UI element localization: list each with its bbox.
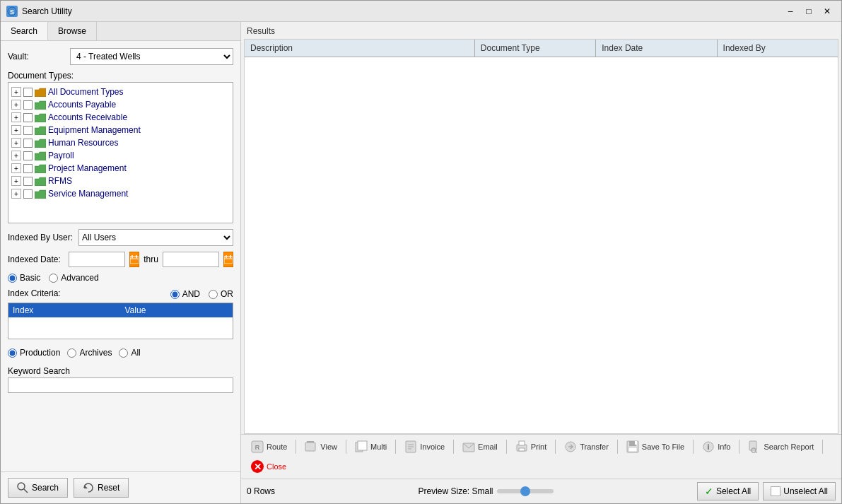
tab-search[interactable]: Search (1, 22, 48, 40)
tree-item-all[interactable]: + All Document Types (8, 86, 233, 98)
and-label: AND (182, 289, 200, 299)
tree-checkbox-pm[interactable] (23, 164, 33, 173)
tree-item-hr[interactable]: + Human Resources (8, 136, 233, 149)
tree-expand-hr[interactable]: + (11, 138, 21, 148)
and-radio-label[interactable]: AND (170, 289, 200, 299)
tab-browse[interactable]: Browse (48, 22, 97, 40)
view-button[interactable]: View (299, 438, 343, 456)
search-type-row: Basic Advanced (8, 273, 233, 283)
or-radio-label[interactable]: OR (209, 289, 233, 299)
invoice-icon (404, 440, 417, 453)
tree-item-payroll[interactable]: + Payroll (8, 149, 233, 162)
tree-expand-all[interactable]: + (11, 87, 21, 97)
tree-item-pm[interactable]: + Project Management (8, 162, 233, 175)
tree-item-ar[interactable]: + Accounts Receivable (8, 111, 233, 124)
tree-checkbox-payroll[interactable] (23, 151, 33, 160)
vault-row: Vault: 4 - Treated Wells (8, 48, 233, 65)
search-report-button[interactable]: Search Report (742, 438, 819, 456)
transfer-button[interactable]: Transfer (559, 438, 614, 456)
close-button[interactable]: ✕ Close (245, 457, 292, 476)
email-icon (462, 440, 475, 453)
date-from-input[interactable] (69, 252, 125, 267)
separator-1 (296, 440, 296, 454)
unselect-all-button[interactable]: Unselect All (763, 482, 836, 500)
separator-4 (453, 440, 454, 454)
advanced-radio[interactable] (49, 274, 58, 283)
tree-expand-payroll[interactable]: + (11, 151, 21, 160)
tree-expand-ar[interactable]: + (11, 112, 21, 122)
email-button[interactable]: Email (457, 438, 503, 456)
tree-checkbox-ar[interactable] (23, 113, 33, 122)
invoice-button[interactable]: Invoice (399, 438, 450, 456)
advanced-radio-label[interactable]: Advanced (49, 273, 98, 283)
results-body (245, 57, 838, 433)
tree-expand-eq[interactable]: + (11, 125, 21, 135)
tree-checkbox-sm[interactable] (23, 189, 33, 199)
and-or-row: AND OR (170, 289, 233, 299)
archives-radio-label[interactable]: Archives (67, 348, 112, 358)
index-col-header-index: Index (8, 303, 121, 317)
reset-button[interactable]: Reset (74, 478, 129, 498)
document-types-tree: + All Document Types + Accounts Payable (8, 82, 233, 223)
all-radio[interactable] (119, 348, 128, 358)
tree-expand-rfms[interactable]: + (11, 176, 21, 186)
svg-rect-18 (358, 441, 367, 450)
indexed-by-select[interactable]: All Users (78, 229, 233, 246)
status-bar: 0 Rows Preview Size: Small ✓ Select All … (241, 479, 841, 503)
transfer-icon (564, 440, 577, 453)
calendar-from-button[interactable] (129, 252, 139, 267)
archives-radio[interactable] (67, 348, 76, 358)
date-to-input[interactable] (163, 252, 219, 267)
tree-item-eq[interactable]: + Equipment Management (8, 124, 233, 136)
select-all-button[interactable]: ✓ Select All (697, 482, 759, 500)
svg-point-10 (18, 483, 25, 490)
multi-button[interactable]: Multi (349, 438, 392, 456)
save-to-file-icon (626, 440, 639, 453)
preview-label: Preview Size: Small (418, 486, 493, 496)
separator-3 (395, 440, 396, 454)
tree-item-sm[interactable]: + Service Management (8, 187, 233, 200)
tree-checkbox-ap[interactable] (23, 100, 33, 110)
window-title: Search Utility (22, 6, 72, 16)
tree-item-rfms[interactable]: + RFMS (8, 175, 233, 187)
tree-expand-pm[interactable]: + (11, 163, 21, 173)
minimize-button[interactable]: – (782, 4, 799, 18)
tree-item-ap[interactable]: + Accounts Payable (8, 98, 233, 111)
basic-radio[interactable] (8, 274, 17, 283)
close-window-button[interactable]: ✕ (819, 4, 836, 18)
results-table: Description Document Type Index Date Ind… (244, 39, 838, 434)
tree-expand-ap[interactable]: + (11, 100, 21, 110)
tree-checkbox-rfms[interactable] (23, 177, 33, 186)
tree-checkbox-eq[interactable] (23, 126, 33, 135)
all-radio-label[interactable]: All (119, 348, 140, 358)
tree-text-rfms: RFMS (48, 176, 72, 186)
print-button[interactable]: Print (510, 438, 553, 456)
indexed-date-row: Indexed Date: thru (8, 252, 233, 267)
folder-icon-all (35, 88, 46, 97)
maximize-button[interactable]: □ (800, 4, 817, 18)
calendar-to-button[interactable] (223, 252, 233, 267)
window-controls: – □ ✕ (782, 4, 836, 18)
preview-slider[interactable] (497, 489, 554, 493)
tree-checkbox-all[interactable] (23, 88, 33, 97)
svg-rect-6 (224, 257, 233, 264)
or-radio[interactable] (209, 290, 218, 299)
production-radio[interactable] (8, 348, 17, 358)
and-radio[interactable] (170, 290, 180, 299)
keyword-input[interactable] (8, 377, 233, 393)
svg-rect-30 (635, 441, 637, 445)
document-types-section: Document Types: + All Document Types + (8, 71, 233, 223)
search-button[interactable]: Search (8, 478, 68, 498)
save-to-file-button[interactable]: Save To File (621, 438, 690, 456)
basic-radio-label[interactable]: Basic (8, 273, 40, 283)
route-button[interactable]: R Route (245, 438, 293, 456)
tree-expand-sm[interactable]: + (11, 189, 21, 199)
production-radio-label[interactable]: Production (8, 348, 60, 358)
vault-select[interactable]: 4 - Treated Wells (70, 48, 233, 65)
tree-text-ar: Accounts Receivable (48, 112, 127, 122)
bottom-buttons: Search Reset (1, 471, 240, 503)
tree-checkbox-hr[interactable] (23, 139, 33, 148)
slider-thumb[interactable] (520, 486, 530, 496)
info-button[interactable]: i Info (696, 438, 736, 456)
svg-text:i: i (708, 443, 710, 451)
